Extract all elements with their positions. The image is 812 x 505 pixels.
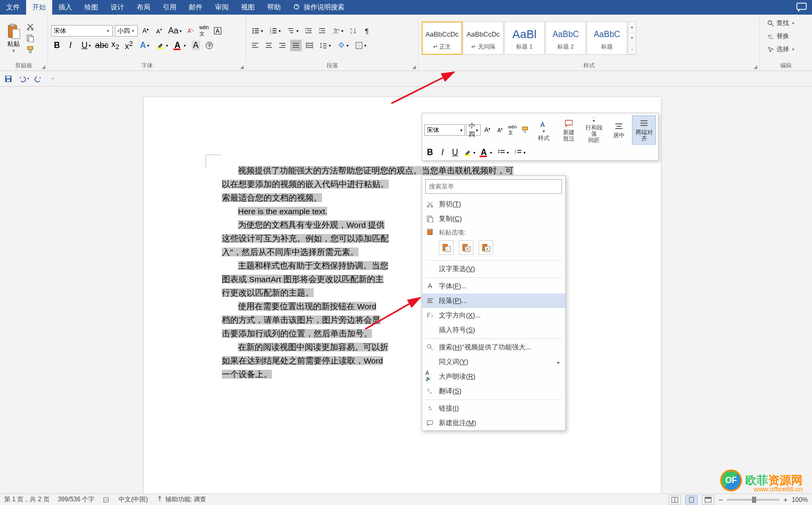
cm-text-direction[interactable]: 文字方向(X)... bbox=[422, 308, 565, 323]
cm-reconvert[interactable]: 汉字重选(V) bbox=[422, 262, 565, 276]
tab-references[interactable]: 引用 bbox=[157, 0, 183, 15]
italic-button[interactable]: I bbox=[65, 40, 76, 51]
mini-format-painter[interactable] bbox=[519, 124, 531, 136]
mini-font-color[interactable]: A▾ bbox=[479, 147, 494, 158]
zoom-out[interactable]: − bbox=[719, 496, 723, 504]
font-launcher[interactable]: ◢ bbox=[240, 64, 244, 69]
style-normal[interactable]: AaBbCcDc↵ 正文 bbox=[422, 21, 462, 55]
char-border-icon[interactable]: A bbox=[212, 25, 223, 37]
clipboard-launcher[interactable]: ◢ bbox=[42, 64, 45, 69]
asian-layout-icon[interactable]: 文▾ bbox=[330, 25, 345, 37]
format-painter-icon[interactable] bbox=[26, 45, 34, 54]
zoom-level[interactable]: 100% bbox=[792, 496, 808, 503]
tab-insert[interactable]: 插入 bbox=[52, 0, 78, 15]
zoom-in[interactable]: + bbox=[783, 496, 787, 504]
text-effects-icon[interactable]: A▾ bbox=[137, 40, 152, 51]
cm-copy[interactable]: 复制(C) bbox=[422, 212, 565, 226]
undo-button[interactable]: ▾ bbox=[18, 75, 29, 83]
cm-new-comment[interactable]: 新建批注(M) bbox=[422, 416, 565, 430]
mini-shrink-font[interactable]: A▾ bbox=[494, 124, 506, 136]
mini-highlight[interactable]: ▾ bbox=[462, 147, 477, 158]
mini-bullets[interactable]: ▾ bbox=[495, 147, 511, 158]
subscript-icon[interactable]: x2 bbox=[110, 40, 121, 51]
phonetic-guide-icon[interactable]: wén文 bbox=[198, 25, 210, 37]
tab-mailings[interactable]: 邮件 bbox=[183, 0, 209, 15]
save-icon[interactable] bbox=[4, 75, 13, 83]
bullets-icon[interactable]: ▾ bbox=[249, 25, 265, 37]
mini-phonetic-icon[interactable]: wén文 bbox=[507, 124, 518, 136]
paste-keep-source[interactable] bbox=[439, 240, 453, 255]
mini-underline[interactable]: U bbox=[449, 147, 461, 158]
paste-text-only[interactable]: A bbox=[479, 240, 493, 255]
cut-icon[interactable] bbox=[26, 22, 34, 31]
align-left-icon[interactable] bbox=[249, 40, 261, 51]
tab-home[interactable]: 开始 bbox=[26, 0, 52, 15]
mini-grow-font[interactable]: A▴ bbox=[482, 124, 493, 136]
numbering-icon[interactable]: 123▾ bbox=[267, 25, 283, 37]
status-words[interactable]: 399/536 个字 bbox=[58, 495, 95, 504]
tab-review[interactable]: 审阅 bbox=[209, 0, 235, 15]
cm-paragraph[interactable]: 段落(P)... bbox=[422, 293, 565, 308]
comments-icon[interactable] bbox=[796, 3, 807, 12]
context-search-input[interactable] bbox=[425, 179, 562, 194]
font-name-combo[interactable]: 宋体▼ bbox=[51, 25, 113, 37]
mini-center[interactable]: 居中 bbox=[607, 115, 631, 145]
paste-icon[interactable] bbox=[5, 23, 22, 40]
align-center-icon[interactable] bbox=[263, 40, 274, 51]
zoom-slider[interactable] bbox=[727, 499, 779, 501]
show-marks-icon[interactable]: ¶ bbox=[361, 25, 373, 37]
multilevel-list-icon[interactable]: ▾ bbox=[285, 25, 301, 37]
tab-view[interactable]: 视图 bbox=[235, 0, 261, 15]
grow-font-icon[interactable]: A▴ bbox=[140, 25, 151, 37]
style-no-spacing[interactable]: AaBbCcDc↵ 无间隔 bbox=[463, 21, 504, 55]
superscript-icon[interactable]: x2 bbox=[123, 40, 135, 51]
mini-numbering[interactable]: 12▾ bbox=[512, 147, 528, 158]
style-heading1[interactable]: AaBl标题 1 bbox=[504, 21, 545, 55]
tab-layout[interactable]: 布局 bbox=[130, 0, 157, 15]
highlight-icon[interactable]: ▾ bbox=[154, 40, 170, 51]
mini-line-spacing[interactable]: ▾行和段落 间距 bbox=[582, 115, 606, 145]
status-page[interactable]: 第 1 页，共 2 页 bbox=[4, 495, 50, 504]
view-web-layout[interactable] bbox=[702, 495, 714, 504]
font-color-icon[interactable]: A▾ bbox=[172, 40, 188, 51]
increase-indent-icon[interactable] bbox=[316, 25, 328, 37]
replace-button[interactable]: abac替换 bbox=[765, 31, 807, 42]
qat-customize[interactable]: ⩫ bbox=[51, 76, 55, 81]
tell-me-search[interactable]: 操作说明搜索 bbox=[287, 0, 351, 15]
cm-synonym[interactable]: 同义词(Y)▸ bbox=[422, 355, 565, 369]
copy-icon[interactable] bbox=[26, 34, 34, 42]
cm-insert-symbol[interactable]: 插入符号(S) bbox=[422, 323, 565, 337]
underline-button[interactable]: U▾ bbox=[78, 40, 94, 51]
font-size-combo[interactable]: 小四▼ bbox=[115, 25, 138, 37]
mini-font-size[interactable]: 小四▾ bbox=[466, 124, 481, 136]
mini-font-name[interactable]: 宋体▾ bbox=[424, 124, 465, 136]
tab-design[interactable]: 设计 bbox=[104, 0, 130, 15]
mini-justify[interactable]: 两端对齐 bbox=[632, 115, 656, 145]
strikethrough-icon[interactable]: abc bbox=[96, 40, 108, 51]
clear-format-icon[interactable]: A bbox=[185, 25, 196, 37]
status-a11y[interactable]: 辅助功能: 调查 bbox=[156, 495, 206, 504]
cm-translate[interactable]: 文A翻译(S) bbox=[422, 384, 565, 398]
shading-icon[interactable]: ▾ bbox=[335, 40, 351, 51]
style-title[interactable]: AaBbC标题 bbox=[587, 21, 627, 55]
bold-button[interactable]: B bbox=[51, 40, 63, 51]
cm-font[interactable]: A字体(F)... bbox=[422, 279, 565, 293]
tab-help[interactable]: 帮助 bbox=[261, 0, 287, 15]
justify-icon[interactable] bbox=[290, 40, 302, 51]
view-read-mode[interactable] bbox=[668, 495, 681, 504]
decrease-indent-icon[interactable] bbox=[303, 25, 314, 37]
sort-icon[interactable]: AZ bbox=[348, 25, 359, 37]
styles-launcher[interactable]: ◢ bbox=[754, 64, 757, 69]
cm-search[interactable]: 搜索(H)"视频提供了功能强大... bbox=[422, 340, 565, 355]
style-heading2[interactable]: AaBbC标题 2 bbox=[545, 21, 586, 55]
select-button[interactable]: 选择▾ bbox=[765, 44, 807, 55]
paste-label[interactable]: 粘贴 bbox=[7, 40, 20, 49]
tab-file[interactable]: 文件 bbox=[0, 0, 26, 15]
styles-scroll[interactable]: ▴▾⌄ bbox=[628, 21, 636, 55]
redo-icon[interactable] bbox=[34, 75, 43, 83]
cm-cut[interactable]: 剪切(T) bbox=[422, 197, 565, 212]
enclose-char-icon[interactable]: 字 bbox=[204, 40, 215, 51]
paste-merge[interactable] bbox=[459, 240, 473, 255]
shrink-font-icon[interactable]: A▾ bbox=[153, 25, 165, 37]
align-right-icon[interactable] bbox=[277, 40, 288, 51]
